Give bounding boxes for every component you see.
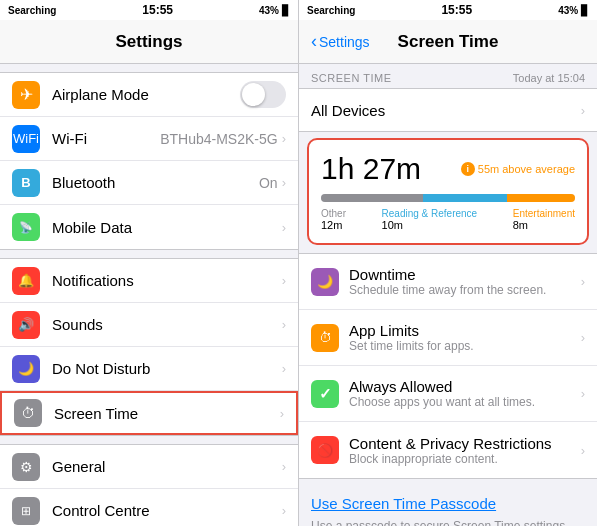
right-nav-title: Screen Time xyxy=(398,32,499,52)
general-label: General xyxy=(52,458,282,475)
settings-group-3: ⚙ General › ⊞ Control Centre › ☀ Display… xyxy=(0,444,298,526)
alwaysallowed-chevron: › xyxy=(581,386,585,401)
screen-time-card[interactable]: 1h 27m i 55m above average Other 12m Rea… xyxy=(307,138,589,245)
donotdisturb-chevron: › xyxy=(282,361,286,376)
downtime-text: Downtime Schedule time away from the scr… xyxy=(349,266,581,297)
bar-label-entertainment: Entertainment 8m xyxy=(513,208,575,231)
screen-time-main: 1h 27m i 55m above average xyxy=(321,152,575,186)
applimits-icon: ⏱ xyxy=(311,324,339,352)
settings-item-bluetooth[interactable]: B Bluetooth On › xyxy=(0,161,298,205)
reading-value: 10m xyxy=(382,219,478,231)
privacy-desc: Block inappropriate content. xyxy=(349,452,581,466)
alwaysallowed-icon: ✓ xyxy=(311,380,339,408)
general-icon: ⚙ xyxy=(12,453,40,481)
airplane-toggle[interactable] xyxy=(240,81,286,108)
all-devices-chevron: › xyxy=(581,103,585,118)
back-label: Settings xyxy=(319,34,370,50)
settings-group-2: 🔔 Notifications › 🔊 Sounds › 🌙 Do Not Di… xyxy=(0,258,298,436)
settings-item-general[interactable]: ⚙ General › xyxy=(0,445,298,489)
applimits-chevron: › xyxy=(581,330,585,345)
left-signal: Searching xyxy=(8,5,56,16)
privacy-title: Content & Privacy Restrictions xyxy=(349,435,581,452)
settings-item-donotdisturb[interactable]: 🌙 Do Not Disturb › xyxy=(0,347,298,391)
section-date: Today at 15:04 xyxy=(513,72,585,84)
all-devices-label: All Devices xyxy=(311,102,581,119)
back-chevron-icon: ‹ xyxy=(311,31,317,52)
downtime-desc: Schedule time away from the screen. xyxy=(349,283,581,297)
privacy-chevron: › xyxy=(581,443,585,458)
bar-reading xyxy=(423,194,507,202)
left-battery: 43% ▊ xyxy=(259,5,290,16)
right-nav-bar: ‹ Settings Screen Time xyxy=(299,20,597,64)
other-name: Other xyxy=(321,208,346,219)
controlcentre-chevron: › xyxy=(282,503,286,518)
privacy-icon: 🚫 xyxy=(311,436,339,464)
left-time: 15:55 xyxy=(142,3,173,17)
alwaysallowed-title: Always Allowed xyxy=(349,378,581,395)
bluetooth-value: On xyxy=(259,175,278,191)
right-signal: Searching xyxy=(307,5,355,16)
reading-name: Reading & Reference xyxy=(382,208,478,219)
alwaysallowed-text: Always Allowed Choose apps you want at a… xyxy=(349,378,581,409)
controlcentre-icon: ⊞ xyxy=(12,497,40,525)
right-status-bar: Searching 15:55 43% ▊ xyxy=(299,0,597,20)
bluetooth-icon: B xyxy=(12,169,40,197)
info-icon: i xyxy=(461,162,475,176)
screen-time-badge: i 55m above average xyxy=(461,162,575,176)
section-label: SCREEN TIME xyxy=(311,72,391,84)
bar-label-reading: Reading & Reference 10m xyxy=(382,208,478,231)
other-value: 12m xyxy=(321,219,346,231)
bar-entertainment xyxy=(507,194,575,202)
bar-labels: Other 12m Reading & Reference 10m Entert… xyxy=(321,208,575,231)
settings-item-mobile[interactable]: 📡 Mobile Data › xyxy=(0,205,298,249)
downtime-icon: 🌙 xyxy=(311,268,339,296)
mobile-icon: 📡 xyxy=(12,213,40,241)
settings-item-notifications[interactable]: 🔔 Notifications › xyxy=(0,259,298,303)
settings-item-sounds[interactable]: 🔊 Sounds › xyxy=(0,303,298,347)
sounds-chevron: › xyxy=(282,317,286,332)
applimits-desc: Set time limits for apps. xyxy=(349,339,581,353)
menu-item-applimits[interactable]: ⏱ App Limits Set time limits for apps. › xyxy=(299,310,597,366)
settings-item-screentime[interactable]: ⏱ Screen Time › xyxy=(0,391,298,435)
mobile-chevron: › xyxy=(282,220,286,235)
menu-item-downtime[interactable]: 🌙 Downtime Schedule time away from the s… xyxy=(299,254,597,310)
screen-time-total: 1h 27m xyxy=(321,152,421,186)
wifi-label: Wi-Fi xyxy=(52,130,160,147)
settings-item-wifi[interactable]: WiFi Wi-Fi BTHub4-MS2K-5G › xyxy=(0,117,298,161)
wifi-chevron: › xyxy=(282,131,286,146)
right-content: SCREEN TIME Today at 15:04 All Devices ›… xyxy=(299,64,597,526)
left-nav-title: Settings xyxy=(115,32,182,52)
badge-text: 55m above average xyxy=(478,163,575,175)
back-button[interactable]: ‹ Settings xyxy=(311,31,370,52)
right-battery: 43% ▊ xyxy=(558,5,589,16)
settings-group-1: ✈ Airplane Mode WiFi Wi-Fi BTHub4-MS2K-5… xyxy=(0,72,298,250)
downtime-title: Downtime xyxy=(349,266,581,283)
airplane-icon: ✈ xyxy=(12,81,40,109)
controlcentre-label: Control Centre xyxy=(52,502,282,519)
notifications-icon: 🔔 xyxy=(12,267,40,295)
settings-item-controlcentre[interactable]: ⊞ Control Centre › xyxy=(0,489,298,526)
mobile-label: Mobile Data xyxy=(52,219,282,236)
all-devices-row[interactable]: All Devices › xyxy=(299,88,597,132)
menu-item-privacy[interactable]: 🚫 Content & Privacy Restrictions Block i… xyxy=(299,422,597,478)
screentime-icon: ⏱ xyxy=(14,399,42,427)
bluetooth-label: Bluetooth xyxy=(52,174,259,191)
airplane-label: Airplane Mode xyxy=(52,86,240,103)
downtime-chevron: › xyxy=(581,274,585,289)
screentime-label: Screen Time xyxy=(54,405,280,422)
menu-item-alwaysallowed[interactable]: ✓ Always Allowed Choose apps you want at… xyxy=(299,366,597,422)
sounds-label: Sounds xyxy=(52,316,282,333)
left-status-bar: Searching 15:55 43% ▊ xyxy=(0,0,298,20)
section-header: SCREEN TIME Today at 15:04 xyxy=(299,64,597,88)
bar-other xyxy=(321,194,423,202)
menu-group: 🌙 Downtime Schedule time away from the s… xyxy=(299,253,597,479)
donotdisturb-icon: 🌙 xyxy=(12,355,40,383)
applimits-text: App Limits Set time limits for apps. xyxy=(349,322,581,353)
right-time: 15:55 xyxy=(441,3,472,17)
passcode-desc: Use a passcode to secure Screen Time set… xyxy=(311,519,568,526)
left-panel: Searching 15:55 43% ▊ Settings ✈ Airplan… xyxy=(0,0,299,526)
screentime-chevron: › xyxy=(280,406,284,421)
settings-item-airplane[interactable]: ✈ Airplane Mode xyxy=(0,73,298,117)
passcode-section: Use Screen Time Passcode Use a passcode … xyxy=(299,487,597,526)
passcode-link[interactable]: Use Screen Time Passcode xyxy=(311,495,585,512)
